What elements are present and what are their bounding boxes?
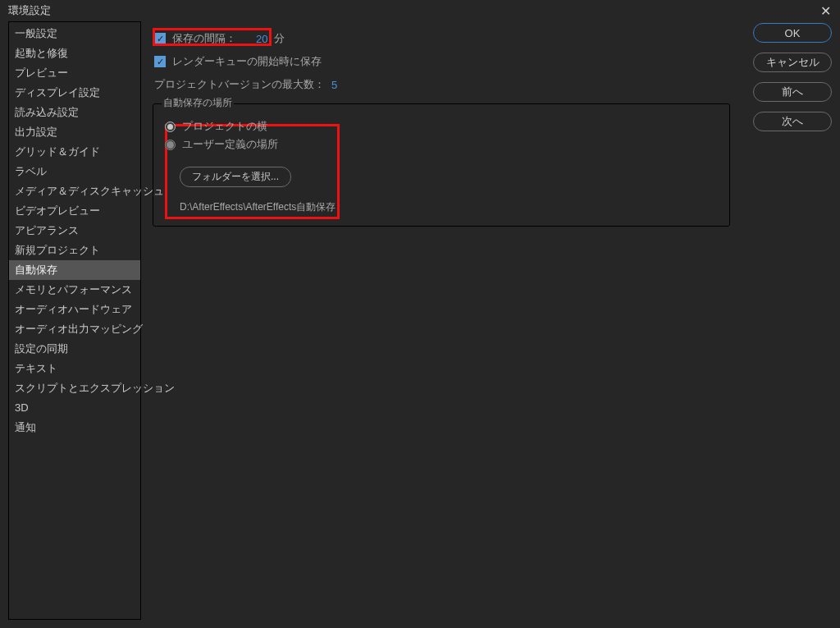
- settings-panel: 保存の間隔： 20 分 レンダーキューの開始時に保存 プロジェクトバージョンの最…: [153, 21, 742, 620]
- save-interval-label: 保存の間隔：: [172, 31, 236, 46]
- radio-next-to-project[interactable]: [165, 121, 176, 132]
- sidebar-item[interactable]: グリッド＆ガイド: [9, 142, 140, 162]
- sidebar-item[interactable]: メディア＆ディスクキャッシュ: [9, 181, 140, 201]
- radio-row-user: ユーザー定義の場所: [165, 137, 718, 152]
- choose-folder-button[interactable]: フォルダーを選択...: [180, 167, 291, 187]
- save-interval-row: 保存の間隔： 20 分: [153, 31, 742, 46]
- max-versions-row: プロジェクトバージョンの最大数： 5: [153, 77, 742, 92]
- radio-user-defined[interactable]: [165, 140, 176, 150]
- sidebar-item[interactable]: 起動と修復: [9, 44, 140, 63]
- window-title: 環境設定: [8, 3, 51, 18]
- sidebar-item[interactable]: 3D: [9, 398, 140, 418]
- sidebar-item[interactable]: 設定の同期: [9, 339, 140, 359]
- sidebar-item[interactable]: メモリとパフォーマンス: [9, 280, 140, 300]
- sidebar-item[interactable]: オーディオハードウェア: [9, 300, 140, 319]
- radio-next-to-project-label: プロジェクトの横: [182, 119, 267, 134]
- folder-path: D:\AfterEffects\AfterEffects自動保存: [180, 200, 718, 214]
- autosave-location-group: 自動保存の場所 プロジェクトの横 ユーザー定義の場所 フォルダーを選択... D…: [153, 103, 730, 227]
- save-interval-value[interactable]: 20: [256, 33, 267, 45]
- group-title: 自動保存の場所: [162, 96, 234, 110]
- sidebar-item[interactable]: ディスプレイ設定: [9, 83, 140, 103]
- radio-row-project: プロジェクトの横: [165, 119, 718, 134]
- sidebar-item[interactable]: オーディオ出力マッピング: [9, 319, 140, 339]
- save-on-render-checkbox[interactable]: [154, 56, 166, 67]
- cancel-button[interactable]: キャンセル: [753, 53, 832, 72]
- sidebar-item[interactable]: プレビュー: [9, 63, 140, 83]
- ok-button[interactable]: OK: [753, 23, 832, 43]
- titlebar: 環境設定 ✕: [0, 0, 840, 21]
- save-interval-unit: 分: [274, 31, 285, 46]
- dialog-body: 一般設定起動と修復プレビューディスプレイ設定読み込み設定出力設定グリッド＆ガイド…: [0, 21, 840, 628]
- sidebar-item[interactable]: 出力設定: [9, 122, 140, 142]
- sidebar-item[interactable]: ラベル: [9, 162, 140, 181]
- sidebar-item[interactable]: アピアランス: [9, 221, 140, 241]
- sidebar-item[interactable]: 読み込み設定: [9, 103, 140, 122]
- sidebar-item[interactable]: テキスト: [9, 359, 140, 378]
- save-on-render-label: レンダーキューの開始時に保存: [172, 54, 322, 69]
- sidebar-item[interactable]: ビデオプレビュー: [9, 201, 140, 221]
- sidebar-item[interactable]: 自動保存: [9, 260, 140, 280]
- max-versions-label: プロジェクトバージョンの最大数：: [154, 77, 325, 92]
- save-interval-checkbox[interactable]: [154, 33, 166, 44]
- radio-user-defined-label: ユーザー定義の場所: [182, 137, 278, 152]
- close-icon[interactable]: ✕: [817, 2, 833, 19]
- sidebar-item[interactable]: 新規プロジェクト: [9, 241, 140, 260]
- sidebar-item[interactable]: スクリプトとエクスプレッション: [9, 378, 140, 398]
- max-versions-value[interactable]: 5: [331, 79, 337, 91]
- sidebar-item[interactable]: 一般設定: [9, 24, 140, 44]
- dialog-buttons: OK キャンセル 前へ 次へ: [753, 21, 832, 620]
- next-button[interactable]: 次へ: [753, 112, 832, 131]
- sidebar-item[interactable]: 通知: [9, 418, 140, 438]
- save-on-render-row: レンダーキューの開始時に保存: [153, 54, 742, 69]
- category-sidebar: 一般設定起動と修復プレビューディスプレイ設定読み込み設定出力設定グリッド＆ガイド…: [8, 21, 141, 620]
- prev-button[interactable]: 前へ: [753, 82, 832, 102]
